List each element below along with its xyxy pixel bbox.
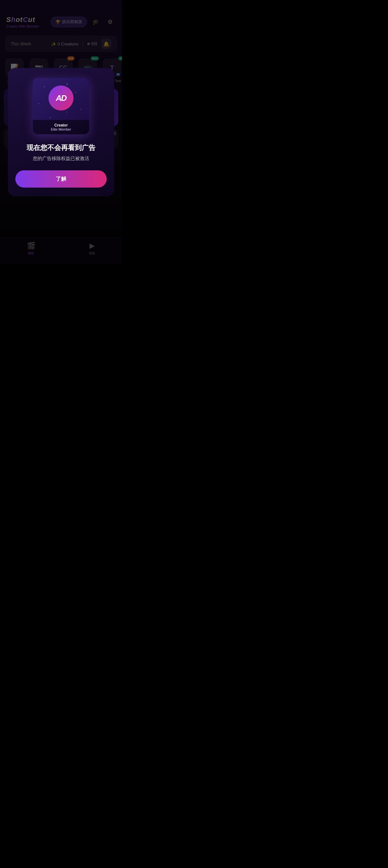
modal-badge-image: AD Creator Elite Member <box>33 78 89 134</box>
modal-card: AD Creator Elite Member 现在您不会再看到广告 您的广告移… <box>8 68 114 196</box>
modal-confirm-button[interactable]: 了解 <box>15 170 107 188</box>
modal-subtitle: 您的广告移除权益已被激活 <box>33 156 89 162</box>
badge-elite: Elite Member <box>36 127 86 131</box>
modal-title: 现在您不会再看到广告 <box>27 143 95 153</box>
modal-overlay: AD Creator Elite Member 现在您不会再看到广告 您的广告移… <box>0 0 122 264</box>
badge-letters: AD <box>56 93 66 103</box>
badge-ad-logo: AD <box>48 86 73 111</box>
badge-creator: Creator <box>36 123 86 127</box>
badge-bottom-text: Creator Elite Member <box>33 120 89 134</box>
